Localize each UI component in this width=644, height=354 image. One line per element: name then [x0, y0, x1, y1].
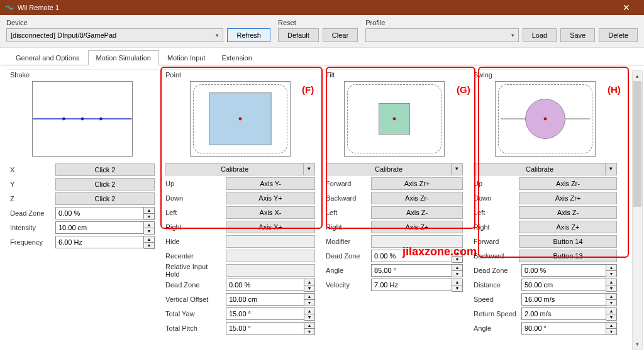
spinner-buttons[interactable]: ▲▼ — [606, 279, 617, 292]
swing-distance-input[interactable]: 50.00 cm — [521, 279, 606, 291]
shake-y-button[interactable]: Click 2 — [55, 178, 155, 191]
tilt-deadzone-input[interactable]: 0.00 % — [371, 250, 452, 262]
point-up-button[interactable]: Axis Y- — [226, 177, 315, 190]
point-voffset-input[interactable]: 10.00 cm — [226, 293, 304, 306]
shake-frequency-input[interactable]: 6.00 Hz — [55, 236, 144, 248]
tilt-backward-button[interactable]: Axis Zr- — [371, 192, 463, 204]
device-label: Device — [6, 19, 270, 26]
row-label: Dead Zone — [10, 209, 53, 217]
refresh-button[interactable]: Refresh — [227, 28, 270, 42]
row-label: Relative Input Hold — [165, 263, 223, 278]
point-hide-button[interactable] — [226, 235, 315, 248]
shake-intensity-input[interactable]: 10.00 cm — [55, 221, 144, 234]
tilt-calibrate-button[interactable]: Calibrate — [326, 163, 452, 175]
point-relhold-button[interactable] — [226, 264, 315, 277]
point-right-button[interactable]: Axis X+ — [226, 221, 315, 233]
row-label: Left — [474, 209, 516, 216]
titlebar: Wii Remote 1 ✕ — [0, 0, 644, 15]
tilt-left-button[interactable]: Axis Z- — [371, 206, 463, 219]
swing-left-button[interactable]: Axis Z- — [519, 206, 617, 219]
spinner-buttons[interactable]: ▲▼ — [606, 264, 617, 277]
tilt-velocity-input[interactable]: 7.00 Hz — [371, 279, 452, 291]
delete-button[interactable]: Delete — [599, 28, 638, 42]
spinner-buttons[interactable]: ▲▼ — [144, 221, 155, 235]
scroll-thumb[interactable] — [633, 81, 641, 207]
close-button[interactable]: ✕ — [614, 3, 639, 13]
swing-retspeed-input[interactable]: 2.00 m/s — [521, 307, 606, 320]
swing-calibrate-dropdown[interactable]: ▾ — [606, 163, 617, 175]
row-label: Right — [474, 223, 516, 231]
tilt-forward-button[interactable]: Axis Zr+ — [371, 177, 463, 190]
row-label: Left — [165, 209, 223, 216]
default-button[interactable]: Default — [278, 28, 319, 42]
spinner-buttons[interactable]: ▲▼ — [304, 322, 315, 335]
point-calibrate-dropdown[interactable]: ▾ — [304, 163, 315, 175]
point-calibrate-button[interactable]: Calibrate — [165, 163, 304, 175]
tab-motion-input[interactable]: Motion Input — [159, 50, 214, 65]
panel-tilt: Tilt Calibrate▾ ForwardAxis Zr+ Backward… — [322, 69, 467, 340]
spinner-buttons[interactable]: ▲▼ — [144, 207, 155, 220]
panel-title-shake: Shake — [10, 71, 155, 79]
spinner-buttons[interactable]: ▲▼ — [144, 236, 155, 249]
tab-extension[interactable]: Extension — [214, 50, 260, 65]
tab-motion-simulation[interactable]: Motion Simulation — [88, 50, 159, 65]
shake-z-button[interactable]: Click 2 — [55, 192, 155, 205]
svg-point-1 — [62, 118, 65, 121]
point-yaw-input[interactable]: 15.00 ° — [226, 307, 304, 320]
shake-deadzone-input[interactable]: 0.00 % — [55, 207, 144, 219]
panel-swing: Swing Calibrate▾ UpAxis Zr- DownAxis Zr+… — [470, 69, 621, 340]
swing-up-button[interactable]: Axis Zr- — [519, 177, 617, 190]
swing-calibrate-button[interactable]: Calibrate — [474, 163, 606, 175]
spinner-buttons[interactable]: ▲▼ — [304, 307, 315, 321]
row-label: X — [10, 166, 53, 174]
scroll-down-icon[interactable]: ▾ — [633, 339, 642, 349]
row-label: Dead Zone — [326, 252, 369, 260]
row-label: Dead Zone — [474, 267, 519, 274]
vertical-scrollbar[interactable]: ▴ ▾ — [632, 70, 643, 350]
tab-general[interactable]: General and Options — [8, 50, 88, 65]
tilt-right-button[interactable]: Axis Z+ — [371, 221, 463, 233]
spinner-buttons[interactable]: ▲▼ — [452, 250, 463, 263]
row-label: Forward — [326, 180, 369, 187]
spinner-buttons[interactable]: ▲▼ — [304, 293, 315, 306]
row-label: Return Speed — [474, 310, 519, 318]
tilt-modifier-button[interactable] — [371, 235, 463, 248]
swing-right-button[interactable]: Axis Z+ — [519, 221, 617, 233]
spinner-buttons[interactable]: ▲▼ — [606, 307, 617, 321]
point-down-button[interactable]: Axis Y+ — [226, 192, 315, 204]
svg-point-3 — [99, 118, 103, 121]
point-recenter-button[interactable] — [226, 250, 315, 262]
content-area: Shake XClick 2 YClick 2 ZClick 2 Dead Zo… — [0, 65, 644, 354]
swing-deadzone-input[interactable]: 0.00 % — [521, 264, 606, 277]
spinner-buttons[interactable]: ▲▼ — [452, 264, 463, 277]
profile-combo[interactable]: ▾ — [365, 28, 518, 42]
swing-backward-button[interactable]: Button 13 — [519, 250, 617, 262]
spinner-buttons[interactable]: ▲▼ — [452, 279, 463, 292]
spinner-buttons[interactable]: ▲▼ — [606, 293, 617, 306]
point-pitch-input[interactable]: 15.00 ° — [226, 322, 304, 335]
swing-down-button[interactable]: Axis Zr+ — [519, 192, 617, 204]
row-label: Vertical Offset — [165, 296, 223, 303]
spinner-buttons[interactable]: ▲▼ — [606, 322, 617, 335]
swing-forward-button[interactable]: Button 14 — [519, 235, 617, 248]
device-combo[interactable]: [disconnected] DInput/0/GamePad ▾ — [6, 28, 223, 42]
save-button[interactable]: Save — [560, 28, 595, 42]
row-label: Speed — [474, 296, 519, 303]
row-label: Total Pitch — [165, 324, 223, 332]
row-label: Angle — [474, 324, 519, 332]
point-deadzone-input[interactable]: 0.00 % — [226, 279, 304, 291]
tilt-angle-input[interactable]: 85.00 ° — [371, 264, 452, 277]
clear-button[interactable]: Clear — [323, 28, 358, 42]
swing-diagram — [495, 81, 596, 157]
scroll-up-icon[interactable]: ▴ — [633, 71, 642, 81]
panel-shake: Shake XClick 2 YClick 2 ZClick 2 Dead Zo… — [6, 69, 158, 340]
spinner-buttons[interactable]: ▲▼ — [304, 279, 315, 292]
swing-angle-input[interactable]: 90.00 ° — [521, 322, 606, 335]
load-button[interactable]: Load — [523, 28, 557, 42]
tab-strip: General and Options Motion Simulation Mo… — [0, 50, 644, 65]
row-label: Down — [474, 194, 516, 202]
tilt-calibrate-dropdown[interactable]: ▾ — [452, 163, 463, 175]
point-left-button[interactable]: Axis X- — [226, 206, 315, 219]
shake-x-button[interactable]: Click 2 — [55, 163, 155, 176]
swing-speed-input[interactable]: 16.00 m/s — [521, 293, 606, 306]
